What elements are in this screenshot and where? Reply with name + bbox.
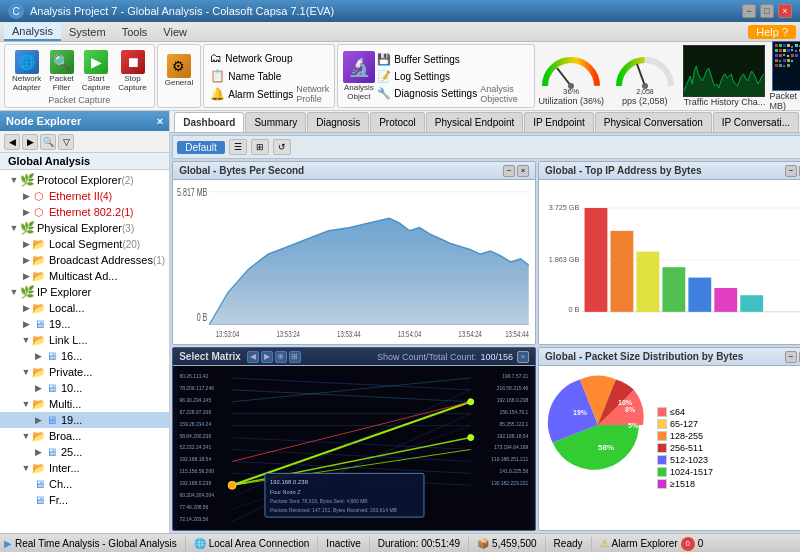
ne-back-button[interactable]: ◀	[4, 134, 20, 150]
tab-diagnosis[interactable]: Diagnosis	[307, 112, 369, 132]
title-bar-controls[interactable]: − □ ×	[742, 4, 792, 18]
view-grid-button[interactable]: ⊞	[251, 139, 269, 155]
tree-expand-physical[interactable]: ▼	[8, 222, 20, 234]
general-button[interactable]: ⚙ General	[162, 52, 196, 90]
tab-ip-conversation[interactable]: IP Conversati...	[713, 112, 799, 132]
tree-item-broadcast-addresses[interactable]: ▶ 📂 Broadcast Addresses (1)	[0, 252, 169, 268]
tab-dashboard[interactable]: Dashboard	[174, 112, 244, 132]
matrix-btn1[interactable]: ◀	[247, 351, 259, 363]
bps-chart-minimize[interactable]: −	[503, 165, 515, 177]
svg-text:19%: 19%	[573, 409, 588, 416]
close-button[interactable]: ×	[778, 4, 792, 18]
svg-text:0 B: 0 B	[197, 312, 208, 324]
top-ip-chart-title: Global - Top IP Address by Bytes	[545, 165, 702, 176]
tree-expand-local1[interactable]: ▶	[20, 302, 32, 314]
tree-expand-multi2[interactable]: ▼	[20, 398, 32, 410]
network-adapter-button[interactable]: 🌐 NetworkAdapter	[9, 48, 44, 95]
tree-expand-multicast[interactable]: ▶	[20, 270, 32, 282]
tab-protocol[interactable]: Protocol	[370, 112, 425, 132]
tree-expand-ethernet-802[interactable]: ▶	[20, 206, 32, 218]
log-settings-item[interactable]: 📝 Log Settings	[375, 69, 479, 84]
tab-physical-conversation[interactable]: Physical Conversation	[595, 112, 712, 132]
global-analysis-text: Global Analysis	[8, 155, 90, 167]
legend-label-512-1023: 512-1023	[670, 455, 708, 465]
tree-item-ethernet-802[interactable]: ▶ ⬡ Ethernet 802.2 (1)	[0, 204, 169, 220]
tree-item-physical-explorer[interactable]: ▼ 🌿 Physical Explorer (3)	[0, 220, 169, 236]
tree-item-link-l[interactable]: ▼ 📂 Link L...	[0, 332, 169, 348]
tree-item-local1[interactable]: ▶ 📂 Local...	[0, 300, 169, 316]
matrix-btn2[interactable]: ▶	[261, 351, 273, 363]
broa-label: Broa...	[49, 430, 81, 442]
tree-item-multicast[interactable]: ▶ 📂 Multicast Ad...	[0, 268, 169, 284]
menu-system[interactable]: System	[61, 24, 114, 40]
tree-item-ethernet-ii[interactable]: ▶ ⬡ Ethernet II (4)	[0, 188, 169, 204]
ne-filter-button[interactable]: ▽	[58, 134, 74, 150]
tree-expand-ip19b[interactable]: ▶	[32, 414, 44, 426]
maximize-button[interactable]: □	[760, 4, 774, 18]
tree-item-ip10[interactable]: ▶ 🖥 10...	[0, 380, 169, 396]
node-explorer-close-button[interactable]: ×	[157, 115, 163, 127]
matrix-btn4[interactable]: ⊞	[289, 351, 301, 363]
tree-expand-ip10[interactable]: ▶	[32, 382, 44, 394]
tab-summary[interactable]: Summary	[245, 112, 306, 132]
packet-filter-button[interactable]: 🔍 PacketFilter	[46, 48, 76, 95]
diagnosis-settings-item[interactable]: 🔧 Diagnosis Settings	[375, 86, 479, 101]
view-refresh-button[interactable]: ↺	[273, 139, 291, 155]
tree-expand-protocol[interactable]: ▼	[8, 174, 20, 186]
network-group-item[interactable]: 🗂 Network Group	[208, 50, 295, 66]
tree-item-ip25[interactable]: ▶ 🖥 25...	[0, 444, 169, 460]
tree-item-ip19b[interactable]: ▶ 🖥 19...	[0, 412, 169, 428]
tree-expand-local-segment[interactable]: ▶	[20, 238, 32, 250]
tree-item-ip16[interactable]: ▶ 🖥 16...	[0, 348, 169, 364]
tree-item-inter[interactable]: ▼ 📂 Inter...	[0, 460, 169, 476]
tree-expand-ip19[interactable]: ▶	[20, 318, 32, 330]
tree-expand-ip25[interactable]: ▶	[32, 446, 44, 458]
bps-chart-close[interactable]: ×	[517, 165, 529, 177]
tree-expand-inter[interactable]: ▼	[20, 462, 32, 474]
tree-item-protocol-explorer[interactable]: ▼ 🌿 Protocol Explorer (2)	[0, 172, 169, 188]
top-ip-minimize[interactable]: −	[785, 165, 797, 177]
name-table-item[interactable]: 📋 Name Table	[208, 68, 295, 84]
tree-expand-broadcast[interactable]: ▶	[20, 254, 32, 266]
matrix-btn3[interactable]: ⊕	[275, 351, 287, 363]
menu-analysis[interactable]: Analysis	[4, 23, 61, 41]
buffer-settings-item[interactable]: 💾 Buffer Settings	[375, 52, 479, 67]
status-alarm-explorer[interactable]: ⚠ Alarm Explorer 0 0	[600, 537, 704, 551]
tab-ip-endpoint[interactable]: IP Endpoint	[524, 112, 594, 132]
tree-expand-link-l[interactable]: ▼	[20, 334, 32, 346]
tree-item-multi2[interactable]: ▼ 📂 Multi...	[0, 396, 169, 412]
tab-physical-endpoint[interactable]: Physical Endpoint	[426, 112, 524, 132]
legend-item-512-1023: 512-1023	[657, 455, 713, 465]
tree-expand-ip16[interactable]: ▶	[32, 350, 44, 362]
default-button[interactable]: Default	[177, 141, 225, 154]
menu-view[interactable]: View	[155, 24, 195, 40]
matrix-close[interactable]: ×	[517, 351, 529, 363]
tree-item-ip-explorer[interactable]: ▼ 🌿 IP Explorer	[0, 284, 169, 300]
general-icon: ⚙	[167, 54, 191, 78]
ne-search-button[interactable]: 🔍	[40, 134, 56, 150]
view-list-button[interactable]: ☰	[229, 139, 247, 155]
analysis-object-button[interactable]: 🔬 AnalysisObject	[342, 47, 375, 105]
stop-capture-button[interactable]: ⏹ StopCapture	[115, 48, 149, 95]
menu-tools[interactable]: Tools	[114, 24, 156, 40]
tree-item-private[interactable]: ▼ 📂 Private...	[0, 364, 169, 380]
svg-rect-22	[795, 50, 797, 52]
ne-forward-button[interactable]: ▶	[22, 134, 38, 150]
tree-item-fr[interactable]: 🖥 Fr...	[0, 492, 169, 508]
tree-item-ch[interactable]: 🖥 Ch...	[0, 476, 169, 492]
tree-expand-private[interactable]: ▼	[20, 366, 32, 378]
node-explorer-header: Node Explorer ×	[0, 111, 169, 131]
minimize-button[interactable]: −	[742, 4, 756, 18]
tree-item-local-segment[interactable]: ▶ 📂 Local Segment (20)	[0, 236, 169, 252]
tree-expand-ethernet-ii[interactable]: ▶	[20, 190, 32, 202]
tree-item-broa[interactable]: ▼ 📂 Broa...	[0, 428, 169, 444]
utilization-gauge: 36% Utilization (36%)	[537, 46, 606, 106]
tree-expand-broa[interactable]: ▼	[20, 430, 32, 442]
alarm-settings-item[interactable]: 🔔 Alarm Settings	[208, 86, 295, 102]
help-button[interactable]: Help ?	[748, 25, 796, 39]
local-segment-icon: 📂	[32, 237, 46, 251]
start-capture-button[interactable]: ▶ StartCapture	[79, 48, 113, 95]
pkt-size-minimize[interactable]: −	[785, 351, 797, 363]
tree-expand-ip[interactable]: ▼	[8, 286, 20, 298]
tree-item-ip19[interactable]: ▶ 🖥 19...	[0, 316, 169, 332]
